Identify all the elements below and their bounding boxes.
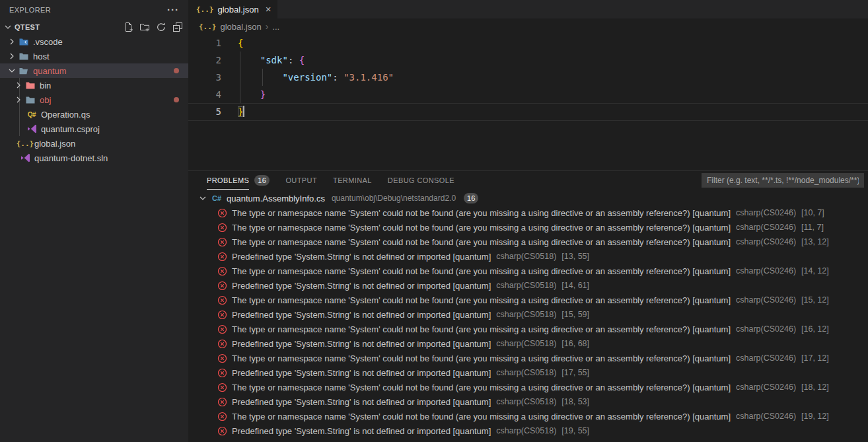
problem-position: [13, 12]: [801, 237, 829, 246]
problem-row[interactable]: Predefined type 'System.String' is not d…: [188, 424, 868, 438]
group-count-badge: 16: [464, 193, 478, 203]
error-icon: [217, 383, 227, 392]
tab-debug-console[interactable]: DEBUG CONSOLE: [388, 171, 454, 190]
tree-item-label: quantum-dotnet.sln: [34, 153, 108, 163]
file-tree: .vscode host quantum bin ob: [0, 34, 188, 165]
problem-row[interactable]: Predefined type 'System.String' is not d…: [188, 336, 868, 351]
chevron-right-icon: [13, 94, 24, 105]
problems-filter-input[interactable]: [702, 173, 864, 188]
tree-item-operation-qs[interactable]: Q# Operation.qs: [0, 107, 188, 122]
folder-icon: [18, 51, 29, 61]
problem-position: [14, 61]: [561, 281, 589, 290]
tree-item-global-json[interactable]: {..} global.json: [0, 136, 188, 151]
chevron-down-icon: [198, 193, 208, 203]
problem-position: [15, 59]: [561, 310, 589, 319]
problem-message: Predefined type 'System.String' is not d…: [232, 397, 491, 407]
problem-position: [18, 53]: [561, 397, 589, 406]
csharp-file-icon: C#: [212, 194, 221, 202]
tree-item-label: obj: [40, 95, 51, 105]
problem-row[interactable]: The type or namespace name 'System' coul…: [188, 220, 868, 235]
problem-message: Predefined type 'System.String' is not d…: [232, 426, 491, 436]
tree-item-quantum[interactable]: quantum: [0, 63, 188, 78]
problem-row[interactable]: The type or namespace name 'System' coul…: [188, 351, 868, 365]
qsharp-file-icon: Q#: [26, 109, 37, 120]
new-file-button[interactable]: [123, 22, 133, 32]
breadcrumb-file[interactable]: global.json: [221, 22, 262, 32]
problem-row[interactable]: The type or namespace name 'System' coul…: [188, 264, 868, 278]
problem-row[interactable]: The type or namespace name 'System' coul…: [188, 293, 868, 307]
problem-source: csharp(CS0518): [496, 397, 556, 406]
problem-source: csharp(CS0246): [736, 237, 796, 246]
problem-position: [17, 12]: [801, 353, 829, 363]
error-icon: [217, 237, 227, 247]
problems-count-badge: 16: [254, 175, 270, 186]
explorer-sidebar: EXPLORER ··· QTEST .vscode h: [0, 0, 188, 442]
code-line: 4 }: [188, 86, 868, 103]
breadcrumb-symbol[interactable]: ...: [272, 22, 279, 32]
problem-row[interactable]: The type or namespace name 'System' coul…: [188, 235, 868, 249]
error-icon: [217, 426, 227, 436]
tab-terminal[interactable]: TERMINAL: [333, 171, 372, 190]
breadcrumb: {..} global.json › ...: [188, 18, 868, 34]
tree-item-host[interactable]: host: [0, 49, 188, 63]
more-actions-icon[interactable]: ···: [167, 7, 179, 13]
panel-tab-bar: PROBLEMS 16 OUTPUT TERMINAL DEBUG CONSOL…: [188, 171, 868, 190]
tab-global-json[interactable]: {..} global.json ×: [188, 0, 277, 18]
workspace-section-header[interactable]: QTEST: [0, 20, 188, 34]
text-cursor: [243, 106, 244, 117]
problem-position: [16, 12]: [801, 324, 829, 334]
tab-output[interactable]: OUTPUT: [285, 171, 317, 190]
problem-row[interactable]: The type or namespace name 'System' coul…: [188, 409, 868, 424]
line-number: 1: [188, 34, 221, 52]
error-icon: [217, 339, 227, 349]
problem-source: csharp(CS0246): [736, 266, 796, 276]
error-icon: [217, 281, 227, 291]
refresh-button[interactable]: [156, 22, 166, 32]
explorer-header: EXPLORER ···: [0, 0, 188, 20]
collapse-all-button[interactable]: [172, 22, 183, 32]
problem-position: [13, 55]: [561, 252, 589, 261]
problem-source: csharp(CS0518): [496, 281, 556, 290]
problem-source: csharp(CS0246): [736, 412, 796, 421]
tree-item-obj[interactable]: obj: [0, 92, 188, 107]
line-number: 4: [188, 86, 221, 103]
problem-position: [16, 68]: [561, 339, 589, 348]
json-file-icon: {..}: [199, 22, 217, 31]
tree-item-quantum-dotnet-sln[interactable]: quantum-dotnet.sln: [0, 151, 188, 165]
problem-row[interactable]: Predefined type 'System.String' is not d…: [188, 307, 868, 322]
tree-item-quantum-csproj[interactable]: quantum.csproj: [0, 122, 188, 136]
problem-row[interactable]: The type or namespace name 'System' coul…: [188, 322, 868, 336]
close-icon[interactable]: ×: [266, 5, 271, 13]
problem-position: [10, 7]: [801, 208, 824, 217]
problem-source: csharp(CS0246): [736, 223, 796, 232]
code-line: 2 "sdk": {: [188, 52, 868, 69]
problem-message: Predefined type 'System.String' is not d…: [232, 310, 491, 320]
problem-row[interactable]: The type or namespace name 'System' coul…: [188, 380, 868, 394]
tab-problems[interactable]: PROBLEMS 16: [207, 171, 270, 190]
tree-item-label: quantum: [33, 66, 67, 76]
problem-row[interactable]: Predefined type 'System.String' is not d…: [188, 365, 868, 380]
problem-source: csharp(CS0518): [496, 426, 556, 435]
error-icon: [217, 208, 227, 218]
chevron-down-icon: [3, 22, 13, 32]
group-file-path: quantum\obj\Debug\netstandard2.0: [332, 194, 456, 203]
code-editor[interactable]: 1 { 2 "sdk": { 3 "version": "3.1.416" 4 …: [188, 34, 868, 170]
tree-item-bin[interactable]: bin: [0, 78, 188, 92]
problem-row[interactable]: Predefined type 'System.String' is not d…: [188, 394, 868, 409]
error-icon: [217, 368, 227, 378]
error-icon: [217, 324, 227, 334]
problem-message: Predefined type 'System.String' is not d…: [232, 252, 491, 262]
problem-message: The type or namespace name 'System' coul…: [232, 353, 731, 363]
line-number: 2: [188, 52, 221, 69]
tree-item-vscode[interactable]: .vscode: [0, 34, 188, 49]
problems-file-group[interactable]: C# quantum.AssemblyInfo.cs quantum\obj\D…: [188, 191, 868, 205]
tree-item-label: Operation.qs: [41, 110, 90, 120]
code-line-active: 5 }: [188, 103, 868, 120]
new-folder-button[interactable]: [139, 22, 150, 32]
explorer-title: EXPLORER: [9, 6, 51, 14]
problem-row[interactable]: The type or namespace name 'System' coul…: [188, 205, 868, 220]
problem-row[interactable]: Predefined type 'System.String' is not d…: [188, 278, 868, 293]
problem-row[interactable]: Predefined type 'System.String' is not d…: [188, 249, 868, 264]
problem-message: The type or namespace name 'System' coul…: [232, 223, 731, 233]
problem-message: Predefined type 'System.String' is not d…: [232, 339, 491, 349]
